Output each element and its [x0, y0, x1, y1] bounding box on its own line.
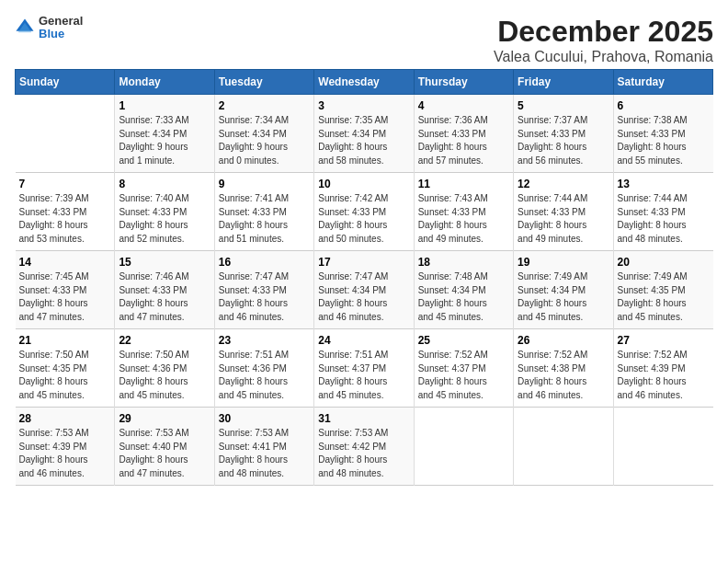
location-subtitle: Valea Cucului, Prahova, Romania — [494, 49, 713, 65]
day-info: Sunrise: 7:42 AM Sunset: 4:33 PM Dayligh… — [318, 192, 409, 246]
day-number: 15 — [119, 256, 210, 269]
calendar-cell: 15Sunrise: 7:46 AM Sunset: 4:33 PM Dayli… — [115, 251, 214, 329]
calendar-cell: 27Sunrise: 7:52 AM Sunset: 4:39 PM Dayli… — [613, 329, 712, 408]
day-info: Sunrise: 7:53 AM Sunset: 4:39 PM Dayligh… — [19, 427, 111, 480]
calendar-cell: 21Sunrise: 7:50 AM Sunset: 4:35 PM Dayli… — [16, 329, 115, 408]
day-number: 27 — [618, 334, 710, 347]
day-info: Sunrise: 7:52 AM Sunset: 4:37 PM Dayligh… — [418, 349, 509, 402]
day-info: Sunrise: 7:46 AM Sunset: 4:33 PM Dayligh… — [119, 270, 210, 324]
day-number: 21 — [19, 334, 111, 347]
day-info: Sunrise: 7:39 AM Sunset: 4:33 PM Dayligh… — [19, 192, 111, 246]
calendar-cell: 5Sunrise: 7:37 AM Sunset: 4:33 PM Daylig… — [514, 95, 613, 173]
day-number: 25 — [418, 334, 509, 347]
day-info: Sunrise: 7:37 AM Sunset: 4:33 PM Dayligh… — [518, 114, 609, 167]
calendar-header-row: SundayMondayTuesdayWednesdayThursdayFrid… — [16, 70, 713, 95]
day-number: 29 — [119, 412, 210, 425]
month-title: December 2025 — [494, 15, 713, 49]
calendar-cell: 3Sunrise: 7:35 AM Sunset: 4:34 PM Daylig… — [314, 95, 414, 173]
day-number: 16 — [219, 256, 310, 269]
calendar-cell: 24Sunrise: 7:51 AM Sunset: 4:37 PM Dayli… — [314, 329, 414, 408]
page-header: General Blue December 2025 Valea Cucului… — [15, 15, 713, 65]
column-header-saturday: Saturday — [613, 70, 712, 95]
calendar-cell: 31Sunrise: 7:53 AM Sunset: 4:42 PM Dayli… — [314, 408, 414, 486]
calendar-cell: 11Sunrise: 7:43 AM Sunset: 4:33 PM Dayli… — [414, 173, 513, 251]
day-number: 6 — [618, 99, 710, 112]
day-info: Sunrise: 7:34 AM Sunset: 4:34 PM Dayligh… — [219, 114, 310, 167]
column-header-friday: Friday — [514, 70, 613, 95]
calendar-cell: 26Sunrise: 7:52 AM Sunset: 4:38 PM Dayli… — [514, 329, 613, 408]
calendar-cell: 17Sunrise: 7:47 AM Sunset: 4:34 PM Dayli… — [314, 251, 414, 329]
calendar-cell — [16, 95, 115, 173]
day-number: 8 — [119, 178, 210, 190]
day-info: Sunrise: 7:48 AM Sunset: 4:34 PM Dayligh… — [418, 270, 509, 324]
day-number: 5 — [518, 99, 609, 112]
day-number: 3 — [318, 99, 409, 112]
calendar-cell: 29Sunrise: 7:53 AM Sunset: 4:40 PM Dayli… — [115, 408, 214, 486]
day-number: 20 — [618, 256, 710, 269]
calendar-cell: 10Sunrise: 7:42 AM Sunset: 4:33 PM Dayli… — [314, 173, 414, 251]
calendar-week-5: 28Sunrise: 7:53 AM Sunset: 4:39 PM Dayli… — [16, 408, 713, 486]
calendar-cell: 30Sunrise: 7:53 AM Sunset: 4:41 PM Dayli… — [214, 408, 313, 486]
calendar-cell: 8Sunrise: 7:40 AM Sunset: 4:33 PM Daylig… — [115, 173, 214, 251]
day-info: Sunrise: 7:33 AM Sunset: 4:34 PM Dayligh… — [119, 114, 210, 167]
calendar-week-4: 21Sunrise: 7:50 AM Sunset: 4:35 PM Dayli… — [16, 329, 713, 408]
calendar-cell: 16Sunrise: 7:47 AM Sunset: 4:33 PM Dayli… — [214, 251, 313, 329]
calendar-cell — [414, 408, 513, 486]
calendar-cell — [514, 408, 613, 486]
day-info: Sunrise: 7:41 AM Sunset: 4:33 PM Dayligh… — [219, 192, 310, 246]
day-number: 10 — [318, 178, 409, 190]
day-number: 23 — [219, 334, 310, 347]
day-number: 26 — [518, 334, 609, 347]
day-info: Sunrise: 7:53 AM Sunset: 4:42 PM Dayligh… — [318, 427, 409, 480]
day-info: Sunrise: 7:36 AM Sunset: 4:33 PM Dayligh… — [418, 114, 509, 167]
day-info: Sunrise: 7:50 AM Sunset: 4:36 PM Dayligh… — [119, 349, 210, 402]
day-info: Sunrise: 7:43 AM Sunset: 4:33 PM Dayligh… — [418, 192, 509, 246]
column-header-sunday: Sunday — [16, 70, 115, 95]
calendar-cell: 12Sunrise: 7:44 AM Sunset: 4:33 PM Dayli… — [514, 173, 613, 251]
calendar-cell: 23Sunrise: 7:51 AM Sunset: 4:36 PM Dayli… — [214, 329, 313, 408]
calendar-cell: 9Sunrise: 7:41 AM Sunset: 4:33 PM Daylig… — [214, 173, 313, 251]
day-number: 28 — [19, 412, 111, 425]
calendar-cell: 22Sunrise: 7:50 AM Sunset: 4:36 PM Dayli… — [115, 329, 214, 408]
day-number: 9 — [219, 178, 310, 190]
day-info: Sunrise: 7:45 AM Sunset: 4:33 PM Dayligh… — [19, 270, 111, 324]
day-number: 14 — [19, 256, 111, 269]
day-number: 31 — [318, 412, 409, 425]
calendar-week-2: 7Sunrise: 7:39 AM Sunset: 4:33 PM Daylig… — [16, 173, 713, 251]
day-info: Sunrise: 7:47 AM Sunset: 4:33 PM Dayligh… — [219, 270, 310, 324]
day-info: Sunrise: 7:35 AM Sunset: 4:34 PM Dayligh… — [318, 114, 409, 167]
calendar-cell: 28Sunrise: 7:53 AM Sunset: 4:39 PM Dayli… — [16, 408, 115, 486]
day-number: 18 — [418, 256, 509, 269]
column-header-monday: Monday — [115, 70, 214, 95]
day-number: 11 — [418, 178, 509, 190]
day-number: 4 — [418, 99, 509, 112]
day-info: Sunrise: 7:53 AM Sunset: 4:41 PM Dayligh… — [219, 427, 310, 480]
day-info: Sunrise: 7:38 AM Sunset: 4:33 PM Dayligh… — [618, 114, 710, 167]
day-info: Sunrise: 7:52 AM Sunset: 4:38 PM Dayligh… — [518, 349, 609, 402]
calendar-cell: 2Sunrise: 7:34 AM Sunset: 4:34 PM Daylig… — [214, 95, 313, 173]
day-info: Sunrise: 7:44 AM Sunset: 4:33 PM Dayligh… — [618, 192, 710, 246]
calendar-cell: 25Sunrise: 7:52 AM Sunset: 4:37 PM Dayli… — [414, 329, 513, 408]
calendar-cell: 20Sunrise: 7:49 AM Sunset: 4:35 PM Dayli… — [613, 251, 712, 329]
day-number: 19 — [518, 256, 609, 269]
day-info: Sunrise: 7:53 AM Sunset: 4:40 PM Dayligh… — [119, 427, 210, 480]
calendar-week-1: 1Sunrise: 7:33 AM Sunset: 4:34 PM Daylig… — [16, 95, 713, 173]
day-number: 13 — [618, 178, 710, 190]
day-info: Sunrise: 7:49 AM Sunset: 4:34 PM Dayligh… — [518, 270, 609, 324]
calendar-cell: 19Sunrise: 7:49 AM Sunset: 4:34 PM Dayli… — [514, 251, 613, 329]
logo-general: General — [39, 15, 83, 28]
calendar-cell — [613, 408, 712, 486]
day-number: 1 — [119, 99, 210, 112]
day-info: Sunrise: 7:47 AM Sunset: 4:34 PM Dayligh… — [318, 270, 409, 324]
day-info: Sunrise: 7:51 AM Sunset: 4:36 PM Dayligh… — [219, 349, 310, 402]
calendar-cell: 1Sunrise: 7:33 AM Sunset: 4:34 PM Daylig… — [115, 95, 214, 173]
day-info: Sunrise: 7:51 AM Sunset: 4:37 PM Dayligh… — [318, 349, 409, 402]
day-number: 12 — [518, 178, 609, 190]
column-header-thursday: Thursday — [414, 70, 513, 95]
day-info: Sunrise: 7:49 AM Sunset: 4:35 PM Dayligh… — [618, 270, 710, 324]
calendar-cell: 18Sunrise: 7:48 AM Sunset: 4:34 PM Dayli… — [414, 251, 513, 329]
logo-icon — [15, 17, 35, 38]
calendar-cell: 4Sunrise: 7:36 AM Sunset: 4:33 PM Daylig… — [414, 95, 513, 173]
calendar-cell: 13Sunrise: 7:44 AM Sunset: 4:33 PM Dayli… — [613, 173, 712, 251]
logo: General Blue — [15, 15, 83, 41]
